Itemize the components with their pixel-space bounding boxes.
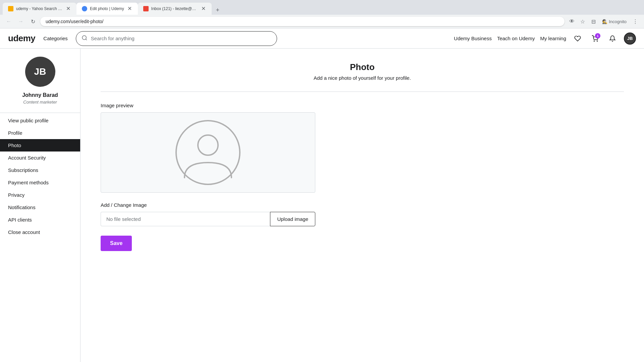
forward-button[interactable]: → (16, 17, 25, 26)
image-preview-box (101, 112, 315, 193)
svg-point-0 (82, 36, 86, 40)
sidebar: JB Johnny Barad Content marketer View pu… (0, 49, 80, 362)
bookmark-icon[interactable]: ☆ (578, 17, 587, 26)
tab-close-3[interactable]: ✕ (201, 5, 206, 12)
sidebar-item-photo[interactable]: Photo (0, 139, 80, 152)
sidebar-divider (0, 113, 80, 113)
notifications-button[interactable] (606, 33, 619, 45)
browser-actions: 👁 ☆ ⊟ 🕵 Incognito ⋮ (567, 17, 640, 26)
sidebar-item-payment-methods[interactable]: Payment methods (0, 176, 80, 189)
sidebar-item-view-public-profile[interactable]: View public profile (0, 114, 80, 127)
tab-label-3: Inbox (121) - liezette@pagefl... (151, 6, 198, 11)
wishlist-button[interactable] (572, 33, 584, 45)
header-nav: Udemy Business Teach on Udemy My learnin… (454, 33, 636, 45)
image-preview-label: Image preview (101, 103, 624, 108)
sidebar-item-close-account[interactable]: Close account (0, 226, 80, 238)
sidebar-item-profile[interactable]: Profile (0, 127, 80, 139)
svg-point-2 (594, 41, 595, 41)
browser-tab-1[interactable]: udemy - Yahoo Search Results ✕ (3, 3, 76, 15)
svg-point-5 (198, 135, 218, 155)
avatar-placeholder-icon (174, 119, 241, 186)
reload-button[interactable]: ↻ (28, 17, 38, 26)
split-view-icon[interactable]: ⊟ (589, 17, 598, 26)
page-subtitle: Add a nice photo of yourself for your pr… (101, 75, 624, 81)
sidebar-item-privacy[interactable]: Privacy (0, 189, 80, 201)
svg-point-4 (176, 121, 240, 184)
my-learning-link[interactable]: My learning (540, 36, 566, 41)
page-content: JB Johnny Barad Content marketer View pu… (0, 49, 644, 362)
upload-image-button[interactable]: Upload image (270, 212, 315, 226)
incognito-label: Incognito (609, 19, 627, 24)
udemy-business-link[interactable]: Udemy Business (454, 36, 492, 41)
file-input-row: No file selected Upload image (101, 212, 315, 226)
browser-chrome: udemy - Yahoo Search Results ✕ Edit phot… (0, 0, 644, 28)
tab-favicon-1 (8, 6, 13, 11)
page-title: Photo (101, 62, 624, 72)
tab-label-1: udemy - Yahoo Search Results (16, 6, 63, 11)
tab-bar: udemy - Yahoo Search Results ✕ Edit phot… (0, 0, 644, 15)
sidebar-avatar: JB (25, 57, 55, 87)
tab-favicon-3 (143, 6, 149, 11)
categories-nav[interactable]: Categories (43, 36, 68, 41)
sidebar-item-account-security[interactable]: Account Security (0, 152, 80, 164)
cart-button[interactable]: 1 (589, 33, 601, 45)
sidebar-item-api-clients[interactable]: API clients (0, 214, 80, 226)
browser-tab-2[interactable]: Edit photo | Udemy ✕ (76, 3, 138, 15)
app-header: udemy Categories Search for anything Ude… (0, 28, 644, 49)
save-button[interactable]: Save (101, 236, 132, 251)
more-options-icon[interactable]: ⋮ (631, 17, 640, 26)
cart-badge: 1 (595, 33, 600, 39)
section-divider (101, 92, 624, 92)
logo[interactable]: udemy (8, 33, 35, 44)
sidebar-item-subscriptions[interactable]: Subscriptions (0, 164, 80, 176)
teach-on-udemy-link[interactable]: Teach on Udemy (497, 36, 535, 41)
tab-close-2[interactable]: ✕ (127, 5, 132, 12)
sidebar-user-title: Content marketer (0, 100, 80, 105)
incognito-icon: 🕵 (602, 19, 607, 24)
user-avatar[interactable]: JB (624, 33, 636, 45)
main-area: Photo Add a nice photo of yourself for y… (80, 49, 644, 362)
sidebar-user-name: Johnny Barad (0, 92, 80, 98)
svg-line-1 (86, 39, 87, 40)
tab-favicon-2 (82, 6, 87, 11)
eye-off-icon[interactable]: 👁 (567, 17, 577, 26)
new-tab-button[interactable]: + (213, 5, 222, 15)
svg-point-3 (597, 41, 598, 41)
add-change-image-label: Add / Change Image (101, 202, 624, 208)
file-input-display: No file selected (101, 212, 270, 226)
search-bar[interactable]: Search for anything (76, 31, 277, 46)
logo-text: udemy (8, 33, 35, 44)
search-icon (82, 35, 88, 42)
back-button[interactable]: ← (4, 17, 13, 26)
tab-close-1[interactable]: ✕ (65, 5, 71, 12)
search-input[interactable]: Search for anything (91, 36, 271, 41)
tab-label-2: Edit photo | Udemy (90, 6, 124, 11)
browser-tab-3[interactable]: Inbox (121) - liezette@pagefl... ✕ (138, 3, 212, 15)
incognito-indicator: 🕵 Incognito (599, 18, 629, 25)
sidebar-item-notifications[interactable]: Notifications (0, 201, 80, 214)
address-input[interactable] (40, 17, 565, 26)
address-bar: ← → ↻ 👁 ☆ ⊟ 🕵 Incognito ⋮ (0, 15, 644, 28)
